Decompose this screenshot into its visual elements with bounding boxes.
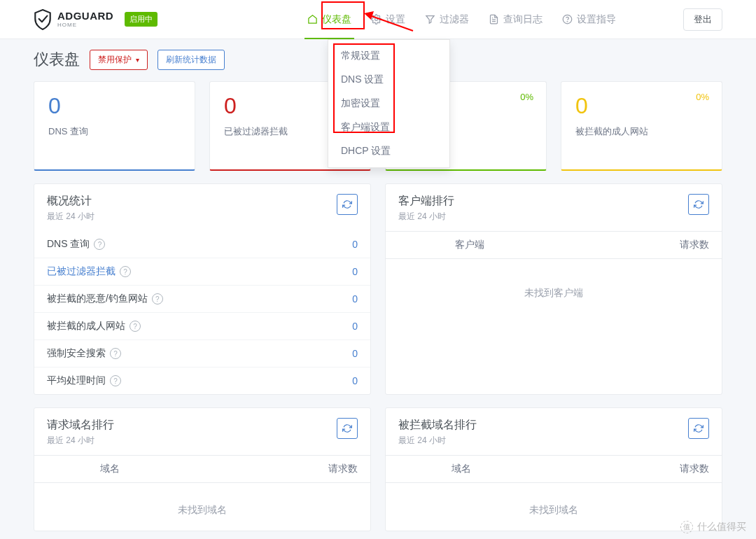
nav-dashboard[interactable]: 仪表盘 xyxy=(298,0,361,39)
refresh-button[interactable] xyxy=(688,418,709,439)
col-domain: 域名 xyxy=(34,456,186,483)
stat-percent: 0% xyxy=(520,92,533,102)
table-row: DNS 查询?0 xyxy=(34,231,370,258)
logout-button[interactable]: 登出 xyxy=(683,8,722,31)
overview-table: DNS 查询?0 已被过滤器拦截?0 被拦截的恶意/钓鱼网站?0 被拦截的成人网… xyxy=(34,231,370,394)
help-icon[interactable]: ? xyxy=(94,239,105,250)
stat-percent: 0% xyxy=(696,92,709,102)
row-value: 0 xyxy=(310,368,370,395)
col-requests: 请求数 xyxy=(554,232,722,259)
logo[interactable]: ADGUARD HOME 启用中 xyxy=(34,9,158,30)
stat-value: 0 xyxy=(575,94,708,117)
stat-card-adult: 0% 0 被拦截的成人网站 xyxy=(561,81,722,171)
shield-check-icon xyxy=(34,9,52,30)
nav-guide[interactable]: 设置指导 xyxy=(552,0,626,39)
dropdown-encryption[interactable]: 加密设置 xyxy=(328,92,449,115)
refresh-stats-button[interactable]: 刷新统计数据 xyxy=(158,50,225,70)
filter-icon xyxy=(425,14,435,24)
panel-top-domains: 请求域名排行 最近 24 小时 域名请求数 未找到域名 xyxy=(34,407,371,531)
dropdown-dns[interactable]: DNS 设置 xyxy=(328,68,449,92)
empty-message: 未找到客户端 xyxy=(386,259,722,335)
row-value: 0 xyxy=(310,313,370,340)
svg-point-2 xyxy=(567,21,568,22)
dropdown-clients[interactable]: 客户端设置 xyxy=(328,115,449,139)
chevron-down-icon: ▾ xyxy=(136,56,139,64)
col-domain: 域名 xyxy=(386,456,537,483)
panel-subtitle: 最近 24 小时 xyxy=(398,211,454,223)
settings-dropdown: 常规设置 DNS 设置 加密设置 客户端设置 DHCP 设置 xyxy=(328,39,450,168)
disable-protection-button[interactable]: 禁用保护 ▾ xyxy=(90,50,148,70)
panel-title: 被拦截域名排行 xyxy=(398,418,477,433)
top-domains-table: 域名请求数 xyxy=(34,455,370,483)
row-value: 0 xyxy=(310,340,370,368)
row-label: DNS 查询 xyxy=(47,238,90,249)
panel-title: 客户端排行 xyxy=(398,194,454,209)
help-icon[interactable]: ? xyxy=(110,348,121,359)
col-requests: 请求数 xyxy=(537,456,722,483)
watermark: 值 什么值得买 xyxy=(680,521,746,533)
main-nav: 仪表盘 设置 过滤器 查询日志 设置指导 xyxy=(298,0,626,39)
refresh-icon xyxy=(342,200,352,209)
table-row: 强制安全搜索?0 xyxy=(34,340,370,368)
nav-filters[interactable]: 过滤器 xyxy=(415,0,479,39)
panel-title: 概况统计 xyxy=(47,194,94,209)
help-icon[interactable]: ? xyxy=(110,375,121,386)
stat-label: 被拦截的成人网站 xyxy=(575,125,708,138)
panel-title: 请求域名排行 xyxy=(47,418,114,433)
disable-protection-label: 禁用保护 xyxy=(98,54,132,66)
stat-card-dns-queries: 0 DNS 查询 xyxy=(34,81,195,171)
svg-point-0 xyxy=(375,18,378,21)
row-label: 被拦截的成人网站 xyxy=(47,320,125,331)
refresh-button[interactable] xyxy=(337,194,358,215)
dropdown-general[interactable]: 常规设置 xyxy=(328,44,449,68)
refresh-button[interactable] xyxy=(337,418,358,439)
status-badge: 启用中 xyxy=(125,12,158,27)
panel-subtitle: 最近 24 小时 xyxy=(398,435,477,447)
logo-subtitle: HOME xyxy=(57,22,113,28)
watermark-icon: 值 xyxy=(680,521,693,533)
gear-icon xyxy=(371,14,382,24)
nav-settings-label: 设置 xyxy=(386,13,405,26)
row-label: 强制安全搜索 xyxy=(47,347,106,358)
row-label: 平均处理时间 xyxy=(47,374,106,386)
table-row: 已被过滤器拦截?0 xyxy=(34,258,370,286)
table-row: 被拦截的恶意/钓鱼网站?0 xyxy=(34,286,370,313)
row-label[interactable]: 已被过滤器拦截 xyxy=(47,265,115,276)
header: ADGUARD HOME 启用中 仪表盘 设置 过滤器 查询日志 设置指导 登出 xyxy=(0,0,756,39)
refresh-button[interactable] xyxy=(688,194,709,215)
refresh-icon xyxy=(342,424,352,433)
nav-dashboard-label: 仪表盘 xyxy=(322,13,351,26)
table-row: 平均处理时间?0 xyxy=(34,368,370,395)
help-icon[interactable]: ? xyxy=(152,293,163,304)
help-icon[interactable]: ? xyxy=(130,321,141,332)
nav-filters-label: 过滤器 xyxy=(440,13,469,26)
refresh-icon xyxy=(694,200,704,209)
col-client: 客户端 xyxy=(386,232,554,259)
clients-table: 客户端请求数 xyxy=(386,231,722,259)
panel-subtitle: 最近 24 小时 xyxy=(47,435,114,447)
row-value: 0 xyxy=(310,258,370,286)
panel-subtitle: 最近 24 小时 xyxy=(47,211,94,223)
file-text-icon xyxy=(489,14,499,24)
empty-message: 未找到域名 xyxy=(34,483,370,531)
watermark-text: 什么值得买 xyxy=(697,521,746,533)
page-title: 仪表盘 xyxy=(34,49,80,70)
nav-querylog-label: 查询日志 xyxy=(503,13,542,26)
row-label: 被拦截的恶意/钓鱼网站 xyxy=(47,293,148,304)
help-circle-icon xyxy=(562,14,573,24)
dropdown-dhcp[interactable]: DHCP 设置 xyxy=(328,139,449,163)
panel-blocked-domains: 被拦截域名排行 最近 24 小时 域名请求数 未找到域名 xyxy=(385,407,722,531)
table-row: 被拦截的成人网站?0 xyxy=(34,313,370,340)
stat-value: 0 xyxy=(48,94,181,117)
stat-label: DNS 查询 xyxy=(48,125,181,138)
nav-guide-label: 设置指导 xyxy=(577,13,616,26)
row-value: 0 xyxy=(310,231,370,258)
blocked-domains-table: 域名请求数 xyxy=(386,455,722,483)
row-value: 0 xyxy=(310,286,370,313)
nav-settings[interactable]: 设置 xyxy=(361,0,415,39)
panel-clients: 客户端排行 最近 24 小时 客户端请求数 未找到客户端 xyxy=(385,183,722,395)
nav-querylog[interactable]: 查询日志 xyxy=(479,0,552,39)
empty-message: 未找到域名 xyxy=(386,483,722,531)
help-icon[interactable]: ? xyxy=(120,266,131,277)
panel-overview: 概况统计 最近 24 小时 DNS 查询?0 已被过滤器拦截?0 被拦截的恶意/… xyxy=(34,183,371,395)
